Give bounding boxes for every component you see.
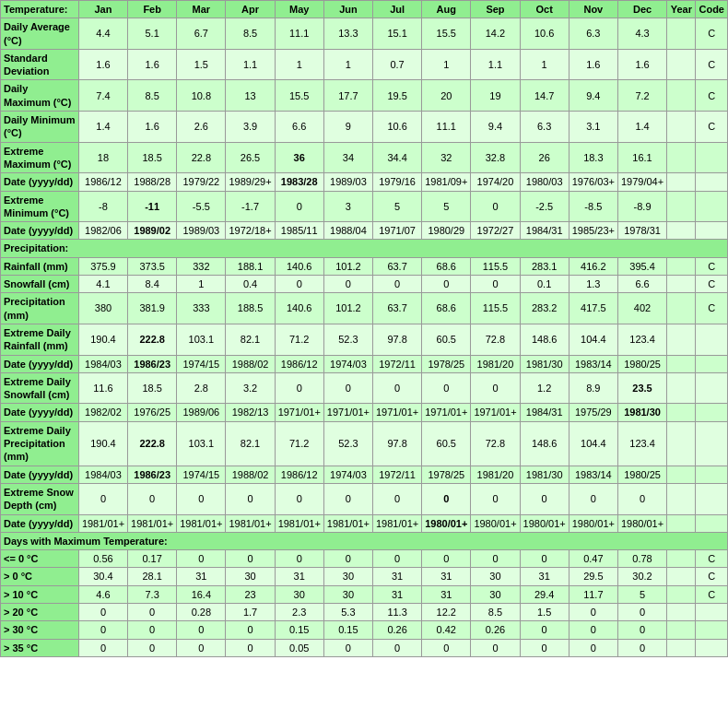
table-row: Date (yyyy/dd)1984/031986/231974/151988/… — [1, 466, 728, 483]
table-row: > 10 °C4.67.316.423303031313029.411.75C — [1, 585, 728, 603]
cell-value: C — [696, 257, 728, 275]
cell-value: 1980/29 — [422, 222, 471, 240]
cell-value: 1 — [422, 49, 471, 80]
col-header-nov: Nov — [569, 1, 617, 18]
cell-value: 402 — [617, 293, 666, 324]
cell-value: 0 — [323, 639, 372, 656]
row-label: Rainfall (mm) — [1, 257, 79, 275]
cell-value: 5.3 — [323, 603, 372, 620]
cell-value: 12.2 — [422, 603, 471, 620]
cell-value — [667, 142, 696, 173]
cell-value: 1980/01+ — [471, 514, 520, 532]
cell-value: 1981/01+ — [226, 514, 275, 532]
cell-value: 0 — [373, 276, 422, 293]
cell-value: 0.7 — [373, 49, 422, 80]
cell-value: 140.6 — [275, 293, 323, 324]
cell-value: 1974/03 — [323, 355, 372, 372]
cell-value: 1989/06 — [177, 404, 226, 421]
cell-value: 6.3 — [569, 18, 617, 50]
cell-value: 3.9 — [226, 112, 275, 143]
cell-value: 1972/27 — [471, 222, 520, 240]
cell-value: 0.47 — [569, 550, 617, 568]
cell-value: 0 — [520, 621, 569, 639]
cell-value: 1979/22 — [177, 173, 226, 191]
cell-value: 82.1 — [226, 421, 275, 466]
cell-value: 8.5 — [226, 18, 275, 50]
cell-value: 0 — [275, 276, 323, 293]
col-header-jan: Jan — [78, 1, 127, 18]
cell-value: 123.4 — [617, 324, 666, 355]
row-label: Daily Maximum (°C) — [1, 80, 79, 112]
row-label: Extreme Daily Precipitation (mm) — [1, 421, 79, 466]
cell-value: 1971/01+ — [323, 404, 372, 421]
cell-value: 333 — [177, 293, 226, 324]
cell-value: 104.4 — [569, 324, 617, 355]
row-label: <= 0 °C — [1, 550, 79, 568]
cell-value: 0 — [422, 372, 471, 404]
row-label: Daily Minimum (°C) — [1, 112, 79, 143]
cell-value: 1972/18+ — [226, 222, 275, 240]
cell-value: 1.2 — [520, 372, 569, 404]
cell-value: 63.7 — [373, 257, 422, 275]
table-row: Date (yyyy/dd)1981/01+1981/01+1981/01+19… — [1, 514, 728, 532]
cell-value — [696, 639, 728, 656]
cell-value: 1981/30 — [520, 466, 569, 483]
cell-value — [696, 173, 728, 191]
cell-value: 71.2 — [275, 421, 323, 466]
cell-value: 1989/03 — [323, 173, 372, 191]
cell-value — [667, 222, 696, 240]
cell-value: 332 — [177, 257, 226, 275]
cell-value: 0 — [78, 483, 127, 514]
cell-value: 0 — [617, 603, 666, 620]
cell-value: 1978/25 — [422, 355, 471, 372]
cell-value: 1981/20 — [471, 355, 520, 372]
cell-value: 1 — [520, 49, 569, 80]
cell-value: 1.1 — [471, 49, 520, 80]
cell-value: 31 — [373, 585, 422, 603]
cell-value: 190.4 — [78, 324, 127, 355]
cell-value: 1988/28 — [128, 173, 177, 191]
cell-value: 8.9 — [569, 372, 617, 404]
cell-value: 1971/07 — [373, 222, 422, 240]
cell-value: 30 — [226, 568, 275, 585]
col-header-oct: Oct — [520, 1, 569, 18]
cell-value: 3.2 — [226, 372, 275, 404]
cell-value: 60.5 — [422, 324, 471, 355]
cell-value: 16.4 — [177, 585, 226, 603]
cell-value: 72.8 — [471, 324, 520, 355]
table-row: > 20 °C000.281.72.35.311.312.28.51.500 — [1, 603, 728, 620]
table-row: Date (yyyy/dd)1982/061989/021989/031972/… — [1, 222, 728, 240]
col-header-jun: Jun — [323, 1, 372, 18]
cell-value: 4.1 — [78, 276, 127, 293]
cell-value: 188.5 — [226, 293, 275, 324]
cell-value: 52.3 — [323, 324, 372, 355]
cell-value — [667, 466, 696, 483]
cell-value: 9.4 — [471, 112, 520, 143]
cell-value: 31 — [275, 568, 323, 585]
cell-value: 82.1 — [226, 324, 275, 355]
table-row: Date (yyyy/dd)1986/121988/281979/221989/… — [1, 173, 728, 191]
cell-value: 1986/12 — [78, 173, 127, 191]
cell-value: -5.5 — [177, 191, 226, 222]
cell-value: 0 — [226, 639, 275, 656]
cell-value: C — [696, 18, 728, 50]
cell-value: -1.7 — [226, 191, 275, 222]
cell-value: 148.6 — [520, 324, 569, 355]
cell-value: 1 — [275, 49, 323, 80]
col-header-aug: Aug — [422, 1, 471, 18]
cell-value: 26.5 — [226, 142, 275, 173]
row-label: Date (yyyy/dd) — [1, 222, 79, 240]
cell-value: 1976/25 — [128, 404, 177, 421]
cell-value: 11.6 — [78, 372, 127, 404]
row-label: Standard Deviation — [1, 49, 79, 80]
cell-value: 34 — [323, 142, 372, 173]
col-header-may: May — [275, 1, 323, 18]
table-row: Extreme Maximum (°C)1818.522.826.5363434… — [1, 142, 728, 173]
cell-value — [667, 324, 696, 355]
cell-value: 0 — [569, 483, 617, 514]
cell-value: 0 — [78, 621, 127, 639]
col-header-jul: Jul — [373, 1, 422, 18]
cell-value — [667, 293, 696, 324]
cell-value: 148.6 — [520, 421, 569, 466]
cell-value: 1983/28 — [275, 173, 323, 191]
